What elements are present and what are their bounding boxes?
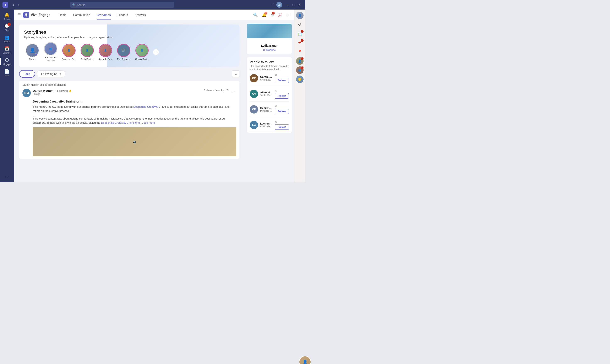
files-icon: 📄 <box>4 69 10 74</box>
beth-circle: 👤 <box>80 44 94 57</box>
person-item-lawrence: LG Lawrence Gilbertson CVP - Manager ✕ F… <box>250 120 289 130</box>
feed-tab-feed[interactable]: Feed <box>19 70 35 78</box>
allan-follow-button[interactable]: Follow <box>275 93 289 99</box>
create-story-circle: 👤 + <box>26 44 39 57</box>
post-body-text-1: This month, the UX team, along with our … <box>33 105 133 108</box>
lawrence-info: Lawrence Gilbertson CVP - Manager <box>260 122 273 128</box>
post-text-2: This week's content was about getting co… <box>33 117 236 125</box>
topnav-logo-text: Viva Engage <box>31 13 51 17</box>
allan-avatar: AM <box>250 90 258 98</box>
sidebar-more-button[interactable]: ··· <box>3 172 10 180</box>
topnav: ☰ Viva Engage Home Communities Storyline… <box>14 10 294 20</box>
carlos-label: Carlos Slatt... <box>135 58 149 60</box>
post-header-author: Darren Mouton <box>22 83 39 86</box>
beth-img: 👤 <box>81 44 93 56</box>
allan-name: Allan Munger <box>260 91 273 94</box>
carole-close-button[interactable]: ✕ <box>275 74 277 77</box>
people-to-follow: People to follow Stay connected by follo… <box>247 57 292 133</box>
right-sidebar-refresh[interactable]: ↺ <box>296 20 304 29</box>
sidebar-item-files[interactable]: 📄 Files <box>0 68 14 78</box>
amanda-label: Amanda Bary <box>99 58 113 60</box>
right-sidebar-chart[interactable]: 📊 ! <box>296 29 304 38</box>
post-card: Darren Mouton posted on their storyline … <box>19 81 239 159</box>
lawrence-follow-wrap: ✕ Follow <box>275 120 289 130</box>
topnav-link-home[interactable]: Home <box>55 10 70 20</box>
back-button[interactable]: ‹ <box>11 2 16 8</box>
story-your-stories[interactable]: 👥 Your stories Just now <box>42 42 59 62</box>
post-header-action: posted on their storyline <box>40 83 66 86</box>
topnav-link-storylines[interactable]: Storylines <box>93 10 114 20</box>
maximize-button[interactable]: □ <box>291 2 296 8</box>
person-badge: ! <box>301 57 304 60</box>
hamburger-button[interactable]: ☰ <box>17 13 21 17</box>
allan-follow-wrap: ✕ Follow <box>275 89 289 99</box>
cecil-follow-wrap: ✕ Follow <box>275 104 289 114</box>
your-stories-img: 👥 <box>45 43 57 55</box>
story-beth[interactable]: 👤 Beth Davies <box>79 44 95 60</box>
sidebar-item-chat[interactable]: 💬 1 Chat <box>0 22 14 33</box>
post-title: Deepening Creativity: Brainstorm <box>33 100 236 103</box>
post-time: 2h ago <box>33 92 202 95</box>
allan-info: Allan Munger Senior Data & Appli... <box>260 91 273 96</box>
post-author-name[interactable]: Darren Mouton <box>33 89 53 92</box>
sidebar-item-label: Engage <box>3 63 10 65</box>
group-badge: ! <box>301 66 304 69</box>
cameron-img: 👤 <box>63 44 75 56</box>
right-sidebar-smiley[interactable]: 😊 <box>296 75 304 83</box>
avatar: LB <box>276 2 282 8</box>
feed-tab-following[interactable]: Following (20+) <box>37 70 66 78</box>
cecil-close-button[interactable]: ✕ <box>275 104 277 108</box>
topnav-chart-button[interactable]: 📈 <box>277 12 284 18</box>
activity-icon: 🔔 <box>4 13 10 17</box>
sidebar-item-label: Activity <box>4 18 10 20</box>
topnav-link-communities[interactable]: Communities <box>70 10 93 20</box>
close-button[interactable]: ✕ <box>297 2 303 8</box>
post-link-2[interactable]: Deepening Creativity Brainstorm <box>101 121 140 124</box>
allan-close-button[interactable]: ✕ <box>275 89 277 92</box>
left-sidebar: 🔔 Activity 💬 1 Chat 👥 Teams 📅 Calender ⬡… <box>0 10 14 182</box>
forward-button[interactable]: › <box>17 2 21 8</box>
topnav-envelope-button[interactable]: ✉ 5 <box>269 12 275 18</box>
story-create[interactable]: 👤 + Create <box>24 44 41 60</box>
topnav-logo: Viva Engage <box>23 12 51 18</box>
profile-storyline-link[interactable]: ⚙ Storyline <box>249 49 289 52</box>
right-smiley-avatar: 😊 <box>296 76 304 83</box>
post-more-button[interactable]: ⋯ <box>231 89 236 95</box>
story-amanda[interactable]: 👤 Amanda Bary <box>97 44 114 60</box>
minimize-button[interactable]: — <box>284 2 290 8</box>
topnav-bell-button[interactable]: 🔔 12 <box>261 12 268 18</box>
titlebar-actions: ··· LB — □ ✕ <box>270 2 303 8</box>
carole-avatar: CP <box>250 74 258 82</box>
right-sidebar-heart[interactable]: ❤ ! <box>296 39 304 47</box>
carole-follow-button[interactable]: Follow <box>275 78 289 83</box>
storylines-title: Storylines <box>24 29 234 35</box>
sidebar-item-teams[interactable]: 👥 Teams <box>0 34 14 44</box>
topnav-search-button[interactable]: 🔍 <box>252 12 259 18</box>
search-input[interactable] <box>77 3 172 6</box>
right-sidebar-group[interactable]: 👥 ! <box>296 66 304 74</box>
lawrence-follow-button[interactable]: Follow <box>275 124 289 130</box>
post-link-1[interactable]: Deepening Creativity <box>133 105 159 108</box>
feed-filter-button[interactable]: ≡ <box>232 70 239 78</box>
right-sidebar-avatar[interactable]: 👤 <box>296 11 304 20</box>
right-sidebar-person[interactable]: 👤 ! <box>296 57 304 65</box>
topnav-link-leaders[interactable]: Leaders <box>114 10 132 20</box>
post-stats: 1 share • Seen by 139 <box>204 89 229 92</box>
topnav-more-button[interactable]: ··· <box>285 12 291 18</box>
sidebar-item-activity[interactable]: 🔔 Activity <box>0 11 14 22</box>
post-see-more[interactable]: ... see more <box>141 121 155 124</box>
story-next-button[interactable]: › <box>153 49 159 55</box>
titlebar-nav: ‹ › <box>11 2 21 8</box>
topnav-link-answers[interactable]: Answers <box>131 10 149 20</box>
cecil-follow-button[interactable]: Follow <box>275 109 289 114</box>
sidebar-item-engage[interactable]: ⬡ Engage <box>0 56 14 67</box>
more-options-button[interactable]: ··· <box>270 2 274 7</box>
story-cameron[interactable]: 👤 Cameron Ev... <box>61 44 77 60</box>
story-eva[interactable]: ET Eva Terrazas <box>115 44 132 60</box>
sidebar-item-calendar[interactable]: 📅 Calender <box>0 45 14 55</box>
chart-badge: ! <box>301 30 304 33</box>
lawrence-close-button[interactable]: ✕ <box>275 120 277 123</box>
story-carlos[interactable]: 👤 Carlos Slatt... <box>134 44 150 60</box>
topnav-actions: 🔍 🔔 12 ✉ 5 📈 ··· <box>252 12 291 18</box>
right-sidebar-location[interactable]: 📍 <box>296 48 304 56</box>
